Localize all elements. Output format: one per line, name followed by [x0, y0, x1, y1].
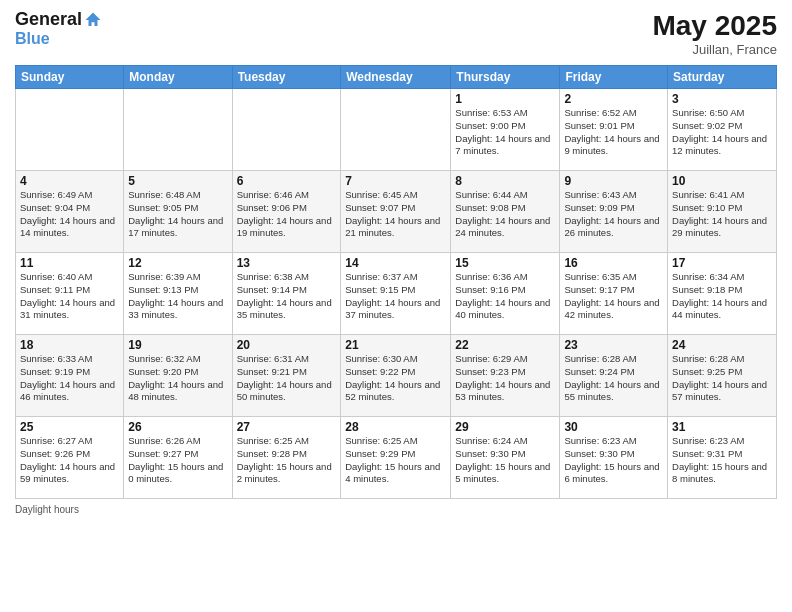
day-number: 18 [20, 338, 119, 352]
day-number: 2 [564, 92, 663, 106]
calendar-cell-w4-d1: 18Sunrise: 6:33 AM Sunset: 9:19 PM Dayli… [16, 335, 124, 417]
day-info: Sunrise: 6:28 AM Sunset: 9:24 PM Dayligh… [564, 353, 663, 404]
day-info: Sunrise: 6:53 AM Sunset: 9:00 PM Dayligh… [455, 107, 555, 158]
calendar-cell-w4-d5: 22Sunrise: 6:29 AM Sunset: 9:23 PM Dayli… [451, 335, 560, 417]
day-number: 23 [564, 338, 663, 352]
calendar-cell-w4-d2: 19Sunrise: 6:32 AM Sunset: 9:20 PM Dayli… [124, 335, 232, 417]
calendar-cell-w1-d3 [232, 89, 341, 171]
title-block: May 2025 Juillan, France [652, 10, 777, 57]
day-info: Sunrise: 6:23 AM Sunset: 9:30 PM Dayligh… [564, 435, 663, 486]
day-info: Sunrise: 6:25 AM Sunset: 9:28 PM Dayligh… [237, 435, 337, 486]
calendar-cell-w3-d7: 17Sunrise: 6:34 AM Sunset: 9:18 PM Dayli… [668, 253, 777, 335]
calendar-cell-w2-d5: 8Sunrise: 6:44 AM Sunset: 9:08 PM Daylig… [451, 171, 560, 253]
day-number: 31 [672, 420, 772, 434]
calendar-cell-w2-d3: 6Sunrise: 6:46 AM Sunset: 9:06 PM Daylig… [232, 171, 341, 253]
calendar-cell-w5-d2: 26Sunrise: 6:26 AM Sunset: 9:27 PM Dayli… [124, 417, 232, 499]
calendar-cell-w1-d7: 3Sunrise: 6:50 AM Sunset: 9:02 PM Daylig… [668, 89, 777, 171]
calendar-cell-w5-d5: 29Sunrise: 6:24 AM Sunset: 9:30 PM Dayli… [451, 417, 560, 499]
calendar-cell-w4-d6: 23Sunrise: 6:28 AM Sunset: 9:24 PM Dayli… [560, 335, 668, 417]
calendar-cell-w1-d6: 2Sunrise: 6:52 AM Sunset: 9:01 PM Daylig… [560, 89, 668, 171]
day-number: 17 [672, 256, 772, 270]
day-info: Sunrise: 6:30 AM Sunset: 9:22 PM Dayligh… [345, 353, 446, 404]
day-number: 19 [128, 338, 227, 352]
day-number: 7 [345, 174, 446, 188]
day-info: Sunrise: 6:23 AM Sunset: 9:31 PM Dayligh… [672, 435, 772, 486]
day-number: 22 [455, 338, 555, 352]
day-info: Sunrise: 6:39 AM Sunset: 9:13 PM Dayligh… [128, 271, 227, 322]
day-number: 30 [564, 420, 663, 434]
week-row-5: 25Sunrise: 6:27 AM Sunset: 9:26 PM Dayli… [16, 417, 777, 499]
col-wednesday: Wednesday [341, 66, 451, 89]
calendar-cell-w3-d1: 11Sunrise: 6:40 AM Sunset: 9:11 PM Dayli… [16, 253, 124, 335]
day-info: Sunrise: 6:29 AM Sunset: 9:23 PM Dayligh… [455, 353, 555, 404]
day-number: 8 [455, 174, 555, 188]
calendar-cell-w1-d5: 1Sunrise: 6:53 AM Sunset: 9:00 PM Daylig… [451, 89, 560, 171]
day-info: Sunrise: 6:43 AM Sunset: 9:09 PM Dayligh… [564, 189, 663, 240]
calendar-cell-w1-d1 [16, 89, 124, 171]
day-number: 9 [564, 174, 663, 188]
logo-text-line2: Blue [15, 30, 50, 48]
day-number: 12 [128, 256, 227, 270]
calendar-cell-w3-d3: 13Sunrise: 6:38 AM Sunset: 9:14 PM Dayli… [232, 253, 341, 335]
day-info: Sunrise: 6:27 AM Sunset: 9:26 PM Dayligh… [20, 435, 119, 486]
calendar-cell-w2-d4: 7Sunrise: 6:45 AM Sunset: 9:07 PM Daylig… [341, 171, 451, 253]
day-info: Sunrise: 6:41 AM Sunset: 9:10 PM Dayligh… [672, 189, 772, 240]
day-number: 4 [20, 174, 119, 188]
day-number: 24 [672, 338, 772, 352]
calendar-cell-w4-d4: 21Sunrise: 6:30 AM Sunset: 9:22 PM Dayli… [341, 335, 451, 417]
calendar-cell-w3-d6: 16Sunrise: 6:35 AM Sunset: 9:17 PM Dayli… [560, 253, 668, 335]
day-number: 6 [237, 174, 337, 188]
day-info: Sunrise: 6:38 AM Sunset: 9:14 PM Dayligh… [237, 271, 337, 322]
day-number: 27 [237, 420, 337, 434]
day-number: 5 [128, 174, 227, 188]
day-info: Sunrise: 6:46 AM Sunset: 9:06 PM Dayligh… [237, 189, 337, 240]
day-number: 28 [345, 420, 446, 434]
calendar-header-row: Sunday Monday Tuesday Wednesday Thursday… [16, 66, 777, 89]
day-info: Sunrise: 6:31 AM Sunset: 9:21 PM Dayligh… [237, 353, 337, 404]
col-saturday: Saturday [668, 66, 777, 89]
calendar-cell-w3-d2: 12Sunrise: 6:39 AM Sunset: 9:13 PM Dayli… [124, 253, 232, 335]
calendar-cell-w3-d5: 15Sunrise: 6:36 AM Sunset: 9:16 PM Dayli… [451, 253, 560, 335]
calendar-cell-w5-d7: 31Sunrise: 6:23 AM Sunset: 9:31 PM Dayli… [668, 417, 777, 499]
calendar-cell-w4-d7: 24Sunrise: 6:28 AM Sunset: 9:25 PM Dayli… [668, 335, 777, 417]
logo-text-line1: General [15, 10, 82, 30]
week-row-1: 1Sunrise: 6:53 AM Sunset: 9:00 PM Daylig… [16, 89, 777, 171]
day-info: Sunrise: 6:36 AM Sunset: 9:16 PM Dayligh… [455, 271, 555, 322]
day-number: 10 [672, 174, 772, 188]
day-info: Sunrise: 6:37 AM Sunset: 9:15 PM Dayligh… [345, 271, 446, 322]
legend: Daylight hours [15, 504, 777, 515]
col-tuesday: Tuesday [232, 66, 341, 89]
day-number: 13 [237, 256, 337, 270]
day-info: Sunrise: 6:49 AM Sunset: 9:04 PM Dayligh… [20, 189, 119, 240]
logo-icon [84, 11, 102, 29]
day-number: 1 [455, 92, 555, 106]
page: General Blue May 2025 Juillan, France Su… [0, 0, 792, 612]
calendar-cell-w5-d6: 30Sunrise: 6:23 AM Sunset: 9:30 PM Dayli… [560, 417, 668, 499]
day-info: Sunrise: 6:33 AM Sunset: 9:19 PM Dayligh… [20, 353, 119, 404]
col-monday: Monday [124, 66, 232, 89]
calendar-cell-w2-d2: 5Sunrise: 6:48 AM Sunset: 9:05 PM Daylig… [124, 171, 232, 253]
day-number: 21 [345, 338, 446, 352]
day-number: 11 [20, 256, 119, 270]
week-row-3: 11Sunrise: 6:40 AM Sunset: 9:11 PM Dayli… [16, 253, 777, 335]
calendar-cell-w2-d7: 10Sunrise: 6:41 AM Sunset: 9:10 PM Dayli… [668, 171, 777, 253]
day-number: 25 [20, 420, 119, 434]
day-info: Sunrise: 6:35 AM Sunset: 9:17 PM Dayligh… [564, 271, 663, 322]
day-info: Sunrise: 6:50 AM Sunset: 9:02 PM Dayligh… [672, 107, 772, 158]
day-info: Sunrise: 6:45 AM Sunset: 9:07 PM Dayligh… [345, 189, 446, 240]
day-info: Sunrise: 6:28 AM Sunset: 9:25 PM Dayligh… [672, 353, 772, 404]
day-info: Sunrise: 6:24 AM Sunset: 9:30 PM Dayligh… [455, 435, 555, 486]
calendar-cell-w2-d6: 9Sunrise: 6:43 AM Sunset: 9:09 PM Daylig… [560, 171, 668, 253]
calendar-cell-w4-d3: 20Sunrise: 6:31 AM Sunset: 9:21 PM Dayli… [232, 335, 341, 417]
calendar-cell-w1-d4 [341, 89, 451, 171]
day-number: 16 [564, 256, 663, 270]
day-info: Sunrise: 6:26 AM Sunset: 9:27 PM Dayligh… [128, 435, 227, 486]
day-number: 26 [128, 420, 227, 434]
day-number: 29 [455, 420, 555, 434]
calendar-cell-w5-d4: 28Sunrise: 6:25 AM Sunset: 9:29 PM Dayli… [341, 417, 451, 499]
col-thursday: Thursday [451, 66, 560, 89]
day-info: Sunrise: 6:25 AM Sunset: 9:29 PM Dayligh… [345, 435, 446, 486]
day-number: 15 [455, 256, 555, 270]
calendar-cell-w1-d2 [124, 89, 232, 171]
logo: General Blue [15, 10, 102, 47]
